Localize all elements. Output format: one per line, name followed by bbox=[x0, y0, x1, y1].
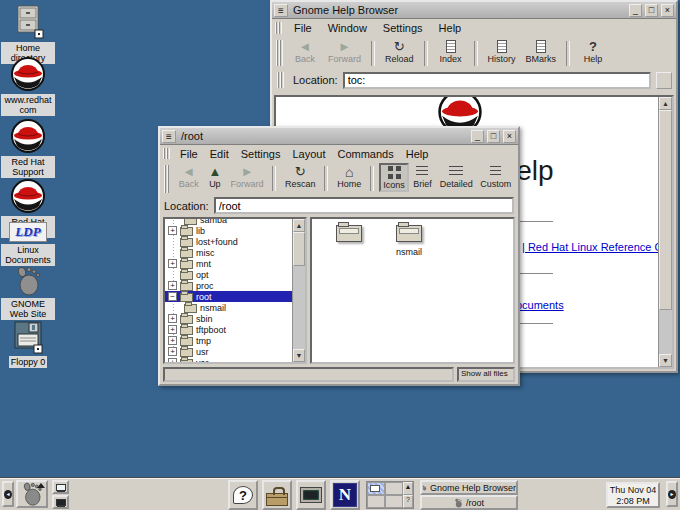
desktop-icon-redhat-support[interactable]: Red Hat Support bbox=[0, 118, 56, 178]
expander-icon[interactable]: + bbox=[168, 336, 177, 345]
desktop-icon-home-directory[interactable]: Home directory bbox=[0, 4, 56, 64]
menubar-grip[interactable] bbox=[163, 148, 170, 159]
expander-icon[interactable]: + bbox=[168, 281, 177, 290]
scroll-down-icon[interactable]: ▼ bbox=[293, 349, 305, 362]
expander-icon[interactable]: + bbox=[168, 314, 177, 323]
back-button[interactable]: ◄ Back bbox=[174, 163, 202, 190]
scroll-down-icon[interactable]: ▼ bbox=[659, 354, 672, 367]
menu-help[interactable]: Help bbox=[431, 20, 470, 36]
custom-view-button[interactable]: Custom bbox=[476, 163, 515, 190]
bmarks-button[interactable]: BMarks bbox=[521, 38, 562, 65]
menu-help[interactable]: Help bbox=[400, 146, 435, 162]
tree-item[interactable]: misc bbox=[165, 247, 292, 258]
window-menu-icon[interactable]: ≡ bbox=[162, 130, 176, 143]
tree-item[interactable]: lost+found bbox=[165, 236, 292, 247]
netscape-launcher[interactable]: N bbox=[330, 480, 360, 510]
window-menu-icon[interactable]: ≡ bbox=[274, 4, 288, 17]
location-grip[interactable] bbox=[277, 72, 284, 88]
deskguide-arrow-icon[interactable]: ▲ bbox=[403, 482, 413, 495]
tree-item[interactable]: +tmp bbox=[165, 335, 292, 346]
desktop-icon-www-redhat-com[interactable]: www.redhat com bbox=[0, 56, 56, 116]
expander-icon[interactable]: + bbox=[168, 325, 177, 334]
back-button[interactable]: ◄ Back bbox=[287, 38, 323, 65]
tree-item[interactable]: +sbin bbox=[165, 313, 292, 324]
tree-item[interactable]: +tftpboot bbox=[165, 324, 292, 335]
main-menu-button[interactable] bbox=[16, 480, 48, 508]
menubar-grip[interactable] bbox=[275, 22, 282, 34]
help-button[interactable]: ? Help bbox=[575, 38, 611, 65]
scroll-up-icon[interactable]: ▲ bbox=[293, 219, 305, 232]
reload-button[interactable]: ↻ Reload bbox=[380, 38, 419, 65]
tree-item[interactable]: +lib bbox=[165, 225, 292, 236]
menu-edit[interactable]: Edit bbox=[204, 146, 235, 162]
minimize-button[interactable]: _ bbox=[471, 130, 484, 143]
home-button[interactable]: ⌂ Home bbox=[333, 163, 365, 190]
workspace[interactable] bbox=[367, 495, 385, 508]
task-button-help-browser[interactable]: Gnome Help Browser bbox=[420, 480, 518, 495]
tree-item[interactable]: opt bbox=[165, 269, 292, 280]
menu-layout[interactable]: Layout bbox=[286, 146, 331, 162]
forward-button[interactable]: ► Forward bbox=[227, 163, 267, 190]
maximize-button[interactable]: □ bbox=[487, 130, 500, 143]
help-vertical-scrollbar[interactable]: ▲ ▼ bbox=[658, 97, 672, 367]
menu-window[interactable]: Window bbox=[320, 20, 375, 36]
task-button-root[interactable]: /root bbox=[420, 495, 518, 510]
scrollbar-thumb[interactable] bbox=[293, 232, 305, 266]
up-button[interactable]: ▲ Up bbox=[203, 163, 227, 190]
menu-settings[interactable]: Settings bbox=[235, 146, 287, 162]
panel-hide-right-button[interactable]: ▸ bbox=[666, 481, 678, 507]
close-button[interactable]: × bbox=[661, 4, 674, 17]
help-window-titlebar[interactable]: ≡ Gnome Help Browser _ □ × bbox=[272, 2, 676, 19]
tree-item[interactable]: +proc bbox=[165, 280, 292, 291]
maximize-button[interactable]: □ bbox=[645, 4, 658, 17]
brief-view-button[interactable]: Brief bbox=[409, 163, 436, 190]
rescan-button[interactable]: ↻ Rescan bbox=[281, 163, 319, 190]
tree-item-selected[interactable]: −root bbox=[165, 291, 292, 302]
desktop-icon-floppy-0[interactable]: Floppy 0 bbox=[0, 320, 56, 368]
expander-icon[interactable]: + bbox=[168, 347, 177, 356]
toolbar-grip[interactable] bbox=[164, 165, 170, 193]
reference-guide-link[interactable]: | Red Hat Linux Reference Guide bbox=[522, 241, 658, 253]
workspace-active[interactable] bbox=[367, 482, 385, 495]
desk-guide-applet[interactable]: ▲ ? bbox=[366, 481, 414, 509]
tree-item[interactable]: +var bbox=[165, 357, 292, 362]
expander-icon[interactable]: − bbox=[168, 292, 177, 301]
index-button[interactable]: Index bbox=[433, 38, 469, 65]
expander-icon[interactable]: + bbox=[168, 226, 177, 235]
menu-commands[interactable]: Commands bbox=[331, 146, 399, 162]
workspace-pager[interactable] bbox=[367, 482, 403, 508]
fm-window-titlebar[interactable]: ≡ /root _ □ × bbox=[160, 128, 518, 145]
menu-settings[interactable]: Settings bbox=[375, 20, 431, 36]
workspace[interactable] bbox=[385, 482, 403, 495]
toolbar-grip[interactable] bbox=[276, 40, 283, 66]
menu-file[interactable]: File bbox=[174, 146, 204, 162]
tree-item[interactable]: nsmail bbox=[165, 302, 292, 313]
expander-icon[interactable]: + bbox=[168, 259, 177, 268]
workspace[interactable] bbox=[385, 495, 403, 508]
minimize-button[interactable]: _ bbox=[629, 4, 642, 17]
tree-item[interactable]: +usr bbox=[165, 346, 292, 357]
history-button[interactable]: History bbox=[483, 38, 521, 65]
desktop-icon-linux-documents[interactable]: LDP Linux Documents bbox=[0, 222, 56, 266]
scroll-up-icon[interactable]: ▲ bbox=[659, 97, 672, 110]
location-input[interactable] bbox=[343, 72, 651, 89]
panel-hide-left-button[interactable]: ◂ bbox=[2, 481, 14, 507]
desktop-icon-gnome-web-site[interactable]: GNOME Web Site bbox=[0, 266, 56, 320]
clock-applet[interactable]: Thu Nov 04 2:08 PM bbox=[606, 482, 660, 508]
configuration-tool-launcher[interactable] bbox=[262, 480, 292, 510]
icons-view-button[interactable]: Icons bbox=[379, 163, 409, 192]
deskguide-help-icon[interactable]: ? bbox=[403, 495, 413, 508]
location-dropdown-button[interactable] bbox=[656, 72, 672, 89]
tree-vertical-scrollbar[interactable]: ▲ ▼ bbox=[292, 219, 305, 362]
tree-item[interactable]: +mnt bbox=[165, 258, 292, 269]
terminal-launcher[interactable] bbox=[296, 480, 326, 510]
help-launcher[interactable]: ? bbox=[228, 480, 258, 510]
detailed-view-button[interactable]: Detailed bbox=[436, 163, 476, 190]
file-list-pane[interactable]: nsmail bbox=[310, 217, 515, 364]
menu-file[interactable]: File bbox=[286, 20, 320, 36]
expander-icon[interactable]: + bbox=[168, 358, 177, 362]
screen-applet-bottom-button[interactable] bbox=[52, 495, 69, 509]
close-button[interactable]: × bbox=[503, 130, 516, 143]
location-input[interactable] bbox=[214, 197, 514, 214]
scrollbar-thumb[interactable] bbox=[659, 110, 672, 310]
